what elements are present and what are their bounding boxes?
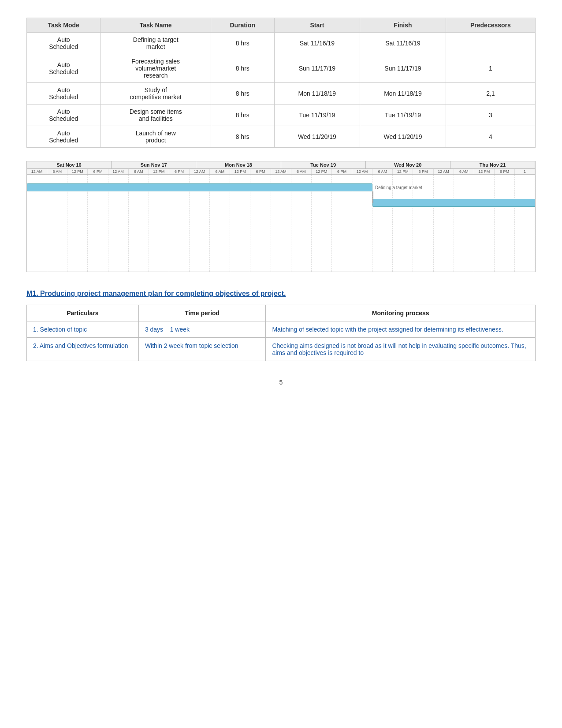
col-header-finish: Finish xyxy=(360,18,446,33)
cell-duration-2: 8 hrs xyxy=(211,83,274,105)
gantt-subheader-5-0: 12 AM xyxy=(434,169,454,174)
monitor-cell-particulars-0: 1. Selection of topic xyxy=(27,321,139,338)
gantt-subheader-4-1: 6 AM xyxy=(372,169,393,174)
gantt-subheader-3-0: 12 AM xyxy=(271,169,291,174)
gantt-day-headers: Sat Nov 16Sun Nov 17Mon Nov 18Tue Nov 19… xyxy=(27,161,535,169)
gantt-body: Defining a target marketForecasting sale… xyxy=(27,175,535,272)
monitoring-table-header-row: Particulars Time period Monitoring proce… xyxy=(27,305,536,321)
gantt-subheader-2-3: 6 PM xyxy=(250,169,271,174)
gantt-bar-label-0: Defining a target market xyxy=(375,185,422,190)
gantt-subheader-4-0: 12 AM xyxy=(352,169,372,174)
monitoring-table: Particulars Time period Monitoring proce… xyxy=(26,305,536,361)
monitor-cell-timeperiod-0: 3 days – 1 week xyxy=(138,321,266,338)
task-row-2: AutoScheduled Study ofcompetitive market… xyxy=(27,83,536,105)
gantt-day-4: Wed Nov 20 xyxy=(366,161,450,168)
cell-finish-3: Tue 11/19/19 xyxy=(360,105,446,126)
gantt-subheader-0-2: 12 PM xyxy=(67,169,88,174)
monitor-cell-monitoring-1: Checking aims designed is not broad as i… xyxy=(266,338,536,361)
cell-mode-0: AutoScheduled xyxy=(27,33,100,54)
cell-predecessors-3: 3 xyxy=(446,105,535,126)
monitor-cell-timeperiod-1: Within 2 week from topic selection xyxy=(138,338,266,361)
gantt-grid-col-21 xyxy=(454,175,474,272)
gantt-subheader-1-0: 12 AM xyxy=(108,169,129,174)
cell-predecessors-0 xyxy=(446,33,535,54)
task-row-4: AutoScheduled Launch of newproduct 8 hrs… xyxy=(27,126,536,148)
gantt-subheader-5-2: 12 PM xyxy=(474,169,495,174)
gantt-subheaders: 12 AM6 AM12 PM6 PM12 AM6 AM12 PM6 PM12 A… xyxy=(27,169,535,175)
gantt-bar-fill-1 xyxy=(372,199,536,207)
cell-duration-0: 8 hrs xyxy=(211,33,274,54)
cell-duration-4: 8 hrs xyxy=(211,126,274,148)
task-table-section: Task Mode Task Name Duration Start Finis… xyxy=(26,18,536,148)
gantt-subheader-3-1: 6 AM xyxy=(291,169,312,174)
gantt-day-0: Sat Nov 16 xyxy=(27,161,112,168)
task-row-0: AutoScheduled Defining a targetmarket 8 … xyxy=(27,33,536,54)
cell-name-3: Design some itemsand facilities xyxy=(100,105,211,126)
cell-mode-1: AutoScheduled xyxy=(27,54,100,83)
gantt-day-2: Mon Nov 18 xyxy=(196,161,281,168)
cell-start-1: Sun 11/17/19 xyxy=(274,54,360,83)
cell-mode-2: AutoScheduled xyxy=(27,83,100,105)
monitor-col-particulars: Particulars xyxy=(27,305,139,321)
gantt-subheader-5-3: 6 PM xyxy=(495,169,515,174)
cell-start-2: Mon 11/18/19 xyxy=(274,83,360,105)
gantt-subheader-2-0: 12 AM xyxy=(190,169,210,174)
cell-predecessors-4: 4 xyxy=(446,126,535,148)
cell-start-3: Tue 11/19/19 xyxy=(274,105,360,126)
gantt-subheader-3-2: 12 PM xyxy=(312,169,332,174)
gantt-day-5: Thu Nov 21 xyxy=(450,161,535,168)
gantt-grid-col-24 xyxy=(515,175,535,272)
gantt-subheader-4-3: 6 PM xyxy=(413,169,433,174)
gantt-bar-0: Defining a target market xyxy=(27,183,372,191)
cell-start-4: Wed 11/20/19 xyxy=(274,126,360,148)
gantt-subheader-0-3: 6 PM xyxy=(88,169,108,174)
cell-predecessors-2: 2,1 xyxy=(446,83,535,105)
cell-start-0: Sat 11/16/19 xyxy=(274,33,360,54)
monitor-row-1: 2. Aims and Objectives formulation Withi… xyxy=(27,338,536,361)
gantt-subheader-extra: 1 xyxy=(515,169,535,174)
gantt-subheader-1-2: 12 PM xyxy=(149,169,169,174)
cell-predecessors-1: 1 xyxy=(446,54,535,83)
cell-mode-3: AutoScheduled xyxy=(27,105,100,126)
cell-finish-1: Sun 11/17/19 xyxy=(360,54,446,83)
gantt-grid-col-23 xyxy=(495,175,515,272)
cell-mode-4: AutoScheduled xyxy=(27,126,100,148)
gantt-day-1: Sun Nov 17 xyxy=(112,161,196,168)
col-header-task-name: Task Name xyxy=(100,18,211,33)
gantt-chart: Sat Nov 16Sun Nov 17Mon Nov 18Tue Nov 19… xyxy=(26,161,536,272)
col-header-task-mode: Task Mode xyxy=(27,18,100,33)
monitor-row-0: 1. Selection of topic 3 days – 1 week Ma… xyxy=(27,321,536,338)
col-header-predecessors: Predecessors xyxy=(446,18,535,33)
monitor-col-timeperiod: Time period xyxy=(138,305,266,321)
cell-finish-2: Mon 11/18/19 xyxy=(360,83,446,105)
gantt-subheader-0-1: 6 AM xyxy=(47,169,67,174)
gantt-subheader-4-2: 12 PM xyxy=(393,169,413,174)
cell-finish-4: Wed 11/20/19 xyxy=(360,126,446,148)
gantt-arrow-1 xyxy=(372,191,373,203)
task-table-header-row: Task Mode Task Name Duration Start Finis… xyxy=(27,18,536,33)
page-number: 5 xyxy=(26,379,536,386)
task-row-1: AutoScheduled Forecasting salesvolume/ma… xyxy=(27,54,536,83)
gantt-subheader-0-0: 12 AM xyxy=(27,169,47,174)
task-table: Task Mode Task Name Duration Start Finis… xyxy=(26,18,536,148)
col-header-start: Start xyxy=(274,18,360,33)
col-header-duration: Duration xyxy=(211,18,274,33)
monitor-cell-particulars-1: 2. Aims and Objectives formulation xyxy=(27,338,139,361)
m1-heading: M1. Producing project management plan fo… xyxy=(26,290,536,298)
gantt-bar-fill-0 xyxy=(27,183,372,191)
monitor-col-monitoring: Monitoring process xyxy=(266,305,536,321)
gantt-subheader-1-1: 6 AM xyxy=(129,169,149,174)
cell-name-1: Forecasting salesvolume/marketresearch xyxy=(100,54,211,83)
cell-duration-3: 8 hrs xyxy=(211,105,274,126)
gantt-day-3: Tue Nov 19 xyxy=(281,161,366,168)
cell-name-4: Launch of newproduct xyxy=(100,126,211,148)
gantt-subheader-2-1: 6 AM xyxy=(210,169,230,174)
gantt-subheader-1-3: 6 PM xyxy=(169,169,190,174)
monitor-cell-monitoring-0: Matching of selected topic with the proj… xyxy=(266,321,536,338)
cell-duration-1: 8 hrs xyxy=(211,54,274,83)
gantt-grid-col-20 xyxy=(434,175,454,272)
cell-name-2: Study ofcompetitive market xyxy=(100,83,211,105)
gantt-subheader-2-2: 12 PM xyxy=(230,169,250,174)
task-row-3: AutoScheduled Design some itemsand facil… xyxy=(27,105,536,126)
gantt-subheader-3-3: 6 PM xyxy=(332,169,352,174)
